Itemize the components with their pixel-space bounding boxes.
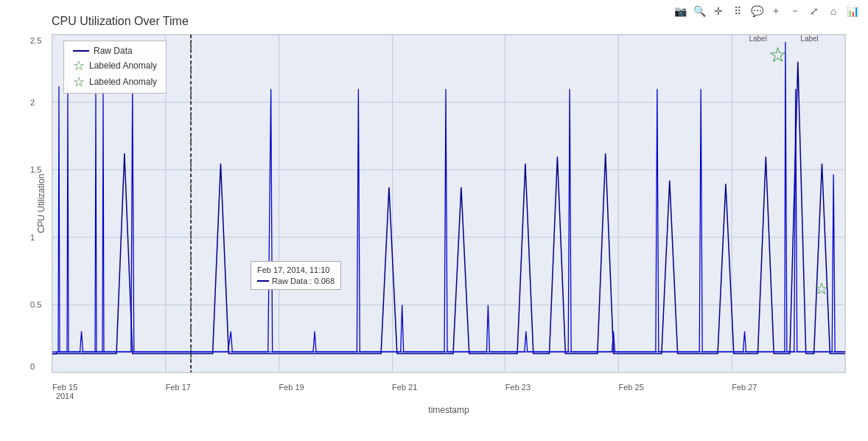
x-tick-feb23: Feb 23	[505, 383, 531, 400]
tooltip: Feb 17, 2014, 11:10 Raw Data : 0.068	[251, 261, 341, 290]
tooltip-value-label: Raw Data : 0.068	[272, 277, 335, 285]
tooltip-line-icon	[257, 280, 269, 282]
x-tick-feb21: Feb 21	[392, 383, 417, 400]
label-marker-1: Label	[749, 35, 766, 43]
x-tick-feb27: Feb 27	[732, 383, 757, 400]
x-tick-feb19: Feb 19	[279, 383, 304, 400]
legend-star-1-icon: ☆	[73, 59, 85, 72]
label-marker-2: Label	[800, 35, 818, 43]
y-axis-label: CPU Utilization	[36, 174, 46, 234]
legend-raw-label: Raw Data	[94, 46, 133, 56]
legend-star-2-icon: ☆	[73, 75, 85, 88]
x-tick-feb25: Feb 25	[619, 383, 644, 400]
legend: Raw Data ☆ Labeled Anomaly ☆ Labeled Ano…	[63, 41, 167, 94]
tooltip-title: Feb 17, 2014, 11:10	[257, 265, 335, 274]
chart-container: CPU Utilization Over Time CPU Utilizatio…	[7, 15, 861, 434]
chart-data-svg	[52, 35, 845, 372]
x-tick-feb15: Feb 15 2014	[52, 383, 77, 400]
x-tick-feb17: Feb 17	[166, 383, 191, 400]
main-chart-svg	[52, 35, 845, 372]
legend-anomaly-1-label: Labeled Anomaly	[89, 60, 157, 71]
y-tick-1: 1	[30, 233, 35, 242]
y-tick-2-5: 2.5	[30, 36, 41, 45]
legend-anomaly-2-label: Labeled Anomaly	[89, 77, 157, 87]
anomaly-star-large: ☆	[769, 45, 787, 66]
anomaly-star-small: ☆	[814, 281, 829, 297]
chart-title: CPU Utilization Over Time	[52, 15, 861, 28]
legend-line-icon	[73, 50, 89, 52]
y-tick-1-5: 1.5	[30, 165, 41, 174]
x-axis-title: timestamp	[428, 405, 469, 415]
y-tick-2: 2	[30, 98, 35, 107]
grid-svg	[52, 35, 845, 372]
x-axis: Feb 15 2014 Feb 17 Feb 19 Feb 21 Feb 23 …	[52, 383, 845, 400]
y-tick-0: 0	[30, 362, 35, 371]
y-tick-0-5: 0.5	[30, 300, 41, 309]
